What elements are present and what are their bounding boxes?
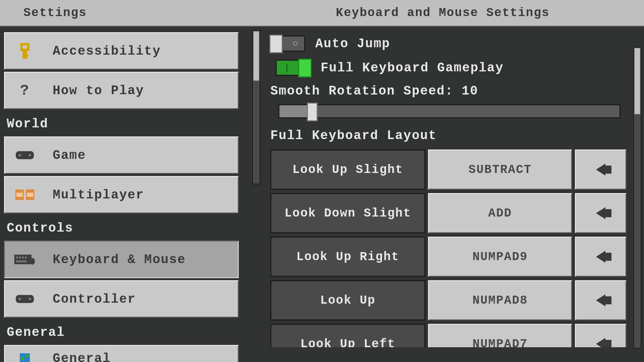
sidebar-heading-general: General bbox=[4, 320, 258, 343]
undo-arrow-icon bbox=[596, 294, 605, 306]
toggle-handle bbox=[269, 35, 283, 53]
svg-rect-14 bbox=[22, 256, 24, 258]
binding-row-look-up: Look Up NUMPAD8 bbox=[270, 280, 627, 320]
binding-key-button[interactable]: NUMPAD7 bbox=[428, 324, 572, 347]
svg-rect-1 bbox=[22, 45, 27, 49]
sidebar-item-game[interactable]: Game bbox=[4, 136, 239, 174]
binding-key-button[interactable]: SUBTRACT bbox=[428, 149, 572, 190]
binding-key-button[interactable]: NUMPAD9 bbox=[428, 237, 572, 277]
svg-rect-23 bbox=[26, 354, 29, 357]
svg-rect-11 bbox=[14, 255, 32, 264]
content: Accessibility ? How to Play World Game M… bbox=[0, 27, 644, 362]
svg-rect-4 bbox=[16, 151, 34, 159]
globe-icon bbox=[13, 347, 37, 362]
svg-rect-5 bbox=[19, 154, 21, 156]
question-icon: ? bbox=[13, 79, 37, 102]
svg-rect-12 bbox=[16, 256, 18, 258]
sidebar-scrollbar[interactable] bbox=[252, 30, 260, 184]
sidebar-item-label: Controller bbox=[53, 292, 136, 306]
controller-icon bbox=[13, 287, 37, 311]
full-keyboard-row: Full Keyboard Gameplay bbox=[276, 60, 635, 76]
binding-action: Look Up Slight bbox=[270, 149, 425, 190]
sidebar-item-label: Accessibility bbox=[53, 44, 161, 58]
controller-icon bbox=[13, 143, 37, 167]
auto-jump-row: Auto Jump bbox=[270, 36, 635, 52]
main-panel: Auto Jump Full Keyboard Gameplay Smooth … bbox=[262, 27, 644, 362]
binding-reset-button[interactable] bbox=[575, 280, 627, 320]
binding-action: Look Up Right bbox=[270, 237, 425, 277]
undo-arrow-icon bbox=[596, 207, 605, 219]
main-scrollbar[interactable] bbox=[633, 47, 641, 349]
sidebar-item-controller[interactable]: Controller bbox=[4, 280, 239, 318]
svg-rect-16 bbox=[16, 260, 26, 262]
sidebar-item-accessibility[interactable]: Accessibility bbox=[4, 32, 239, 70]
sidebar-item-general[interactable]: General bbox=[4, 345, 239, 362]
svg-rect-18 bbox=[16, 295, 34, 303]
sidebar-heading-controls: Controls bbox=[4, 216, 258, 239]
header: Settings Keyboard and Mouse Settings bbox=[0, 0, 644, 27]
binding-reset-button[interactable] bbox=[575, 193, 627, 233]
page-title-right: Keyboard and Mouse Settings bbox=[265, 6, 621, 20]
svg-rect-10 bbox=[27, 193, 33, 197]
binding-action: Look Down Slight bbox=[270, 193, 425, 233]
undo-arrow-icon bbox=[596, 251, 605, 263]
binding-row-look-up-slight: Look Up Slight SUBTRACT bbox=[270, 149, 627, 190]
sidebar: Accessibility ? How to Play World Game M… bbox=[0, 27, 262, 362]
binding-reset-button[interactable] bbox=[575, 237, 627, 277]
slider-fill bbox=[279, 105, 310, 117]
toggle-handle bbox=[298, 59, 312, 77]
sidebar-heading-world: World bbox=[4, 111, 258, 134]
undo-arrow-icon bbox=[596, 164, 605, 176]
key-icon bbox=[13, 39, 37, 63]
page-title-left: Settings bbox=[23, 6, 265, 20]
keyboard-icon bbox=[13, 248, 37, 271]
sidebar-item-multiplayer[interactable]: Multiplayer bbox=[4, 176, 239, 214]
sidebar-item-keyboard-mouse[interactable]: Keyboard & Mouse bbox=[4, 241, 239, 278]
svg-rect-15 bbox=[25, 256, 27, 258]
binding-row-look-up-left: Look Up Left NUMPAD7 bbox=[270, 324, 627, 347]
sidebar-item-label: Multiplayer bbox=[53, 188, 144, 202]
undo-arrow-icon bbox=[596, 338, 605, 347]
binding-reset-button[interactable] bbox=[575, 149, 627, 190]
svg-rect-22 bbox=[21, 356, 24, 360]
svg-point-17 bbox=[30, 258, 35, 265]
binding-action: Look Up bbox=[270, 280, 425, 320]
players-icon bbox=[13, 183, 37, 206]
rotation-speed-label: Smooth Rotation Speed: 10 bbox=[270, 84, 635, 98]
main-scroll-thumb[interactable] bbox=[634, 48, 641, 115]
svg-rect-3 bbox=[25, 54, 28, 57]
svg-rect-19 bbox=[19, 298, 21, 300]
sidebar-item-howtoplay[interactable]: ? How to Play bbox=[4, 72, 239, 109]
keyboard-layout-title: Full Keyboard Layout bbox=[270, 128, 635, 143]
sidebar-item-label: Keyboard & Mouse bbox=[53, 252, 186, 267]
full-keyboard-label: Full Keyboard Gameplay bbox=[321, 61, 504, 75]
binding-reset-button[interactable] bbox=[575, 324, 627, 347]
rotation-speed-slider[interactable] bbox=[278, 104, 621, 118]
svg-rect-6 bbox=[29, 154, 31, 156]
svg-rect-13 bbox=[19, 256, 21, 258]
svg-rect-20 bbox=[29, 298, 31, 300]
binding-key-button[interactable]: NUMPAD8 bbox=[428, 280, 572, 320]
sidebar-item-label: How to Play bbox=[53, 83, 144, 98]
slider-handle[interactable] bbox=[307, 103, 318, 121]
binding-action: Look Up Left bbox=[270, 324, 425, 347]
binding-row-look-down-slight: Look Down Slight ADD bbox=[270, 193, 627, 233]
auto-jump-toggle[interactable] bbox=[270, 36, 305, 52]
auto-jump-label: Auto Jump bbox=[315, 37, 390, 51]
full-keyboard-toggle[interactable] bbox=[276, 60, 311, 76]
sidebar-item-label: Game bbox=[53, 148, 86, 163]
sidebar-item-label: General bbox=[53, 351, 111, 362]
binding-key-button[interactable]: ADD bbox=[428, 193, 572, 233]
binding-row-look-up-right: Look Up Right NUMPAD9 bbox=[270, 237, 627, 277]
svg-rect-8 bbox=[16, 193, 23, 197]
sidebar-scroll-thumb[interactable] bbox=[253, 31, 260, 81]
